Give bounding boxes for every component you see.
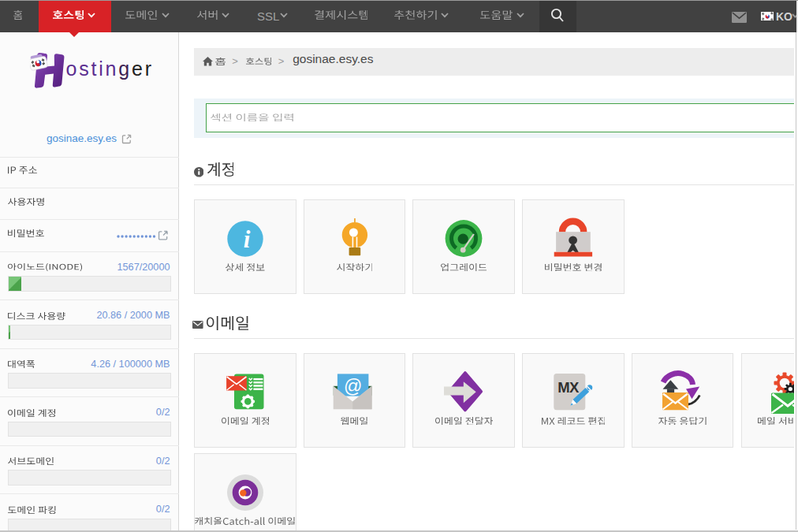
svg-text:i: i: [243, 225, 250, 253]
svg-text:MX: MX: [557, 379, 580, 396]
svg-text:@: @: [344, 376, 362, 396]
